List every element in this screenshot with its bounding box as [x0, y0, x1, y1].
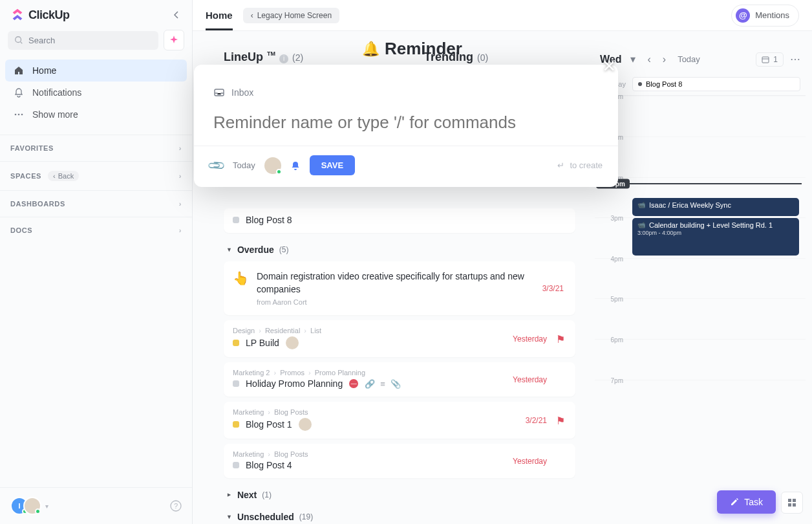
bell-3d-icon: 🔔: [362, 41, 379, 58]
inbox-icon: [213, 87, 225, 98]
enter-icon: ↵: [557, 160, 564, 170]
reminder-footer: 📎 Today SAVE ↵ to create: [194, 146, 618, 187]
date-button[interactable]: Today: [233, 160, 255, 170]
reminder-name-input[interactable]: [213, 113, 599, 133]
reminder-modal: 🔔 Reminder × Inbox 📎 Today SAVE ↵ to cre…: [194, 65, 618, 187]
attachment-button[interactable]: 📎: [206, 155, 226, 175]
create-hint: ↵ to create: [557, 160, 603, 170]
status-dot-online: [276, 169, 282, 175]
reminder-body: Inbox: [194, 65, 618, 146]
save-button[interactable]: SAVE: [310, 155, 355, 175]
reminder-location[interactable]: Inbox: [213, 87, 599, 98]
assignee-avatar[interactable]: [264, 157, 281, 174]
reminder-header: 🔔 Reminder: [362, 39, 462, 59]
close-button[interactable]: ×: [603, 53, 615, 78]
notify-button[interactable]: [290, 160, 301, 171]
